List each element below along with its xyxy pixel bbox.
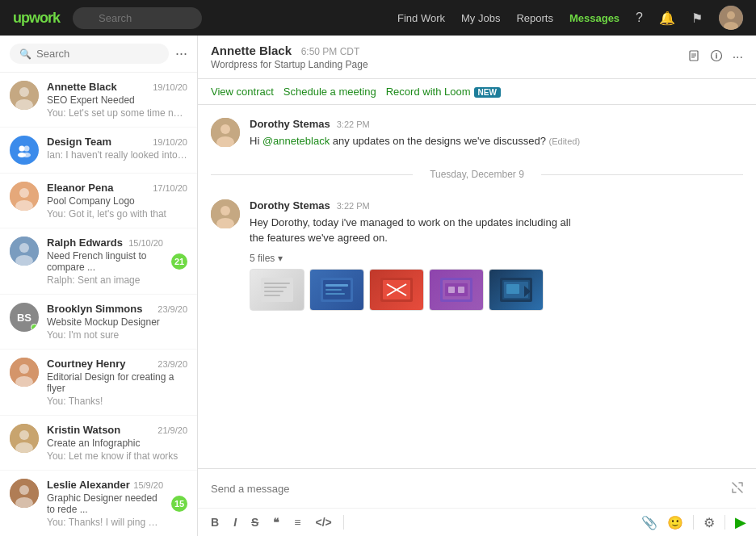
conversation-top: Ralph Edwards 15/10/20 <box>47 237 163 249</box>
svg-point-9 <box>23 153 31 157</box>
conversation-item[interactable]: Ralph Edwards 15/10/20 Need French lingu… <box>0 228 197 295</box>
sidebar-search-wrap[interactable]: 🔍 <box>10 44 169 64</box>
more-options-icon[interactable]: ··· <box>733 50 743 65</box>
conversation-subject: Editorial Design for creating a flyer <box>47 371 187 394</box>
schedule-meeting-link[interactable]: Schedule a meeting <box>284 86 376 98</box>
toolbar-divider-2 <box>693 515 694 530</box>
edited-label: (Edited) <box>549 136 581 146</box>
conversation-item[interactable]: BS Brooklyn Simmons 23/9/20 Website Mock… <box>0 295 197 350</box>
svg-rect-39 <box>264 283 290 284</box>
flag-icon[interactable]: ⚑ <box>691 10 703 26</box>
message-sender-name: Dorothy Stemas <box>250 199 330 211</box>
toolbar-right: 📎 🙂 ⚙ ▶ <box>641 513 746 531</box>
conversation-avatar <box>10 182 39 211</box>
conversation-item[interactable]: Design Team 19/10/20 Ian: I haven't real… <box>0 128 197 174</box>
svg-rect-60 <box>506 284 519 294</box>
message-meta: Dorothy Stemas 3:22 PM <box>250 118 580 130</box>
file-thumbnail[interactable] <box>309 269 364 311</box>
chat-area: Annette Black 6:50 PM CDT Wordpress for … <box>198 36 756 536</box>
nav-messages[interactable]: Messages <box>569 12 620 24</box>
file-thumbnail[interactable] <box>369 269 424 311</box>
file-thumbnail[interactable] <box>250 269 304 311</box>
conversation-date: 15/9/20 <box>133 480 163 490</box>
message-input[interactable] <box>211 483 732 495</box>
svg-rect-42 <box>264 295 280 296</box>
help-icon[interactable]: ? <box>636 10 643 25</box>
conversation-item[interactable]: Courtney Henry 23/9/20 Editorial Design … <box>0 350 197 416</box>
message-avatar <box>211 118 240 147</box>
list-unordered-button[interactable]: ≡ <box>291 514 304 530</box>
conversation-item[interactable]: Leslie Alexander 15/9/20 Graphic Designe… <box>0 471 197 536</box>
record-loom-link[interactable]: Record with LoomNEW <box>386 86 501 98</box>
svg-rect-45 <box>326 284 348 287</box>
conversation-subject: Need French linguist to compare ... <box>47 250 163 273</box>
toolbar-divider-3 <box>724 515 725 530</box>
svg-rect-55 <box>448 287 455 293</box>
nav-my-jobs[interactable]: My Jobs <box>461 12 500 24</box>
notifications-icon[interactable]: 🔔 <box>659 10 675 26</box>
conversation-info: Ralph Edwards 15/10/20 Need French lingu… <box>47 237 163 286</box>
message-text: Hey Dorothy, today i've managed to work … <box>250 215 571 246</box>
conversation-preview: You: Thanks! <box>47 396 187 407</box>
contract-icon[interactable] <box>687 49 700 65</box>
conversation-info: Kristin Watson 21/9/20 Create an Infogra… <box>47 424 187 462</box>
conversation-name: Brooklyn Simmons <box>47 303 142 315</box>
conversation-info: Brooklyn Simmons 23/9/20 Website Mockup … <box>47 303 187 341</box>
conversation-item[interactable]: Annette Black 19/10/20 SEO Expert Needed… <box>0 73 197 128</box>
svg-point-11 <box>19 188 29 198</box>
conversation-preview: You: Got it, let's go with that <box>47 208 187 220</box>
nav-search-input[interactable] <box>73 7 202 29</box>
conversation-date: 17/10/20 <box>153 183 187 193</box>
attachment-icon[interactable]: 📎 <box>641 515 657 530</box>
nav-reports[interactable]: Reports <box>516 12 553 24</box>
bold-button[interactable]: B <box>208 514 222 530</box>
message-item: Dorothy Stemas 3:22 PM Hey Dorothy, toda… <box>211 199 743 311</box>
conversation-date: 23/9/20 <box>158 359 187 369</box>
svg-rect-56 <box>458 287 464 293</box>
chat-contact-time: 6:50 PM CDT <box>301 46 360 57</box>
info-icon[interactable] <box>710 49 723 65</box>
date-separator: Tuesday, December 9 <box>211 162 743 186</box>
chat-header-left: Annette Black 6:50 PM CDT Wordpress for … <box>211 44 368 70</box>
chat-input-area: B I S ❝ ≡ </> 📎 🙂 ⚙ ▶ <box>198 468 756 536</box>
conversation-preview: Ralph: Sent an image <box>47 274 163 286</box>
file-thumbnail[interactable] <box>489 269 544 311</box>
nav-links: Find Work My Jobs Reports Messages ? 🔔 ⚑ <box>397 6 743 30</box>
conversation-preview: You: Thanks! I will ping him <box>47 517 163 528</box>
chat-actions: View contract Schedule a meeting Record … <box>198 79 756 105</box>
message-time: 3:22 PM <box>337 119 370 129</box>
files-dropdown-icon[interactable]: ▾ <box>278 253 283 264</box>
chat-subject: Wordpress for Startup Landing Page <box>211 59 368 70</box>
blockquote-button[interactable]: ❝ <box>270 514 283 530</box>
italic-button[interactable]: I <box>230 514 240 530</box>
conversation-avatar <box>10 358 39 387</box>
svg-point-7 <box>24 146 30 152</box>
svg-rect-38 <box>261 278 293 302</box>
emoji-icon[interactable]: 🙂 <box>667 515 683 530</box>
message-content: Dorothy Stemas 3:22 PM Hey Dorothy, toda… <box>250 199 571 311</box>
settings-icon[interactable]: ⚙ <box>704 515 715 530</box>
expand-icon[interactable] <box>732 482 743 496</box>
conversation-info: Leslie Alexander 15/9/20 Graphic Designe… <box>47 479 163 528</box>
user-avatar[interactable] <box>719 6 743 30</box>
view-contract-link[interactable]: View contract <box>211 86 274 98</box>
message-meta: Dorothy Stemas 3:22 PM <box>250 199 571 211</box>
conversation-name: Courtney Henry <box>47 358 126 370</box>
nav-find-work[interactable]: Find Work <box>397 12 445 24</box>
sidebar-menu-icon[interactable]: ··· <box>175 45 187 62</box>
strikethrough-button[interactable]: S <box>248 514 262 530</box>
chat-header: Annette Black 6:50 PM CDT Wordpress for … <box>198 36 756 79</box>
conversation-item[interactable]: Kristin Watson 21/9/20 Create an Infogra… <box>0 416 197 471</box>
code-button[interactable]: </> <box>313 514 335 530</box>
send-button[interactable]: ▶ <box>735 513 746 531</box>
conversation-preview: Ian: I haven't really looked into the fi… <box>47 149 187 161</box>
file-thumbnail[interactable] <box>429 269 484 311</box>
conversation-info: Design Team 19/10/20 Ian: I haven't real… <box>47 136 187 161</box>
conversation-date: 19/10/20 <box>153 82 187 92</box>
conversation-avatar <box>10 81 39 110</box>
svg-point-23 <box>19 485 29 495</box>
conversation-date: 21/9/20 <box>158 425 187 435</box>
conversation-item[interactable]: Eleanor Pena 17/10/20 Pool Company Logo … <box>0 174 197 228</box>
svg-rect-41 <box>264 291 284 292</box>
sidebar-search-input[interactable] <box>36 48 159 60</box>
